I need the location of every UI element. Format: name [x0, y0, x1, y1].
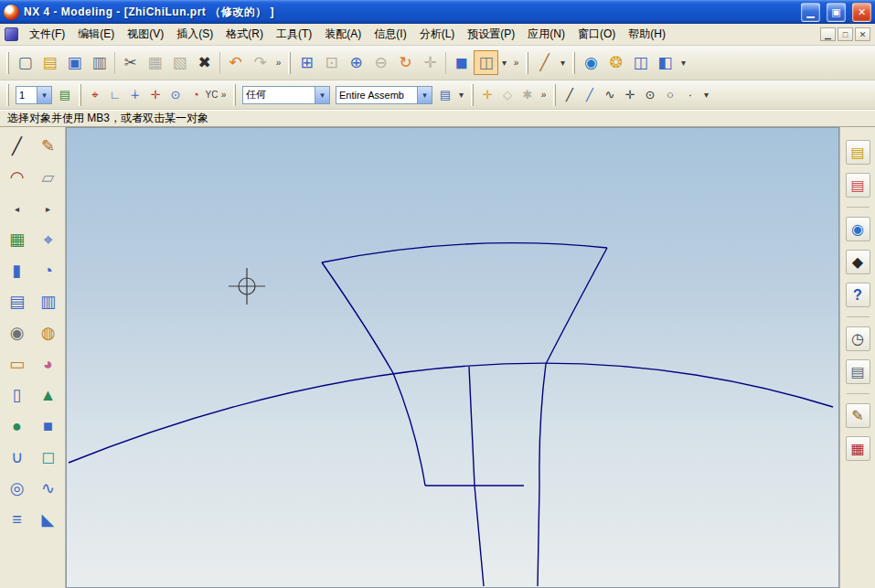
scope-dropdown-icon[interactable]: ▾ — [455, 85, 467, 105]
mdi-close-button[interactable]: ✕ — [855, 27, 870, 41]
dropdown-arrow-icon[interactable]: ▾ — [315, 87, 329, 103]
snap-midpoint-icon[interactable]: ∔ — [125, 85, 145, 105]
datum-csys-icon[interactable]: ⌖ — [35, 226, 62, 253]
restore-button[interactable]: ▣ — [827, 3, 846, 22]
snap-intersection-icon[interactable]: ✛ — [145, 85, 165, 105]
boss-icon[interactable]: ◍ — [35, 319, 62, 347]
cylinder-icon[interactable]: ▯ — [4, 381, 31, 409]
move-object-icon[interactable]: ✛ — [477, 85, 497, 105]
revolve-icon[interactable]: ◔ — [35, 257, 62, 284]
more-curve-icon[interactable]: ▾ — [700, 85, 712, 105]
copy-icon[interactable]: ▦ — [143, 50, 167, 75]
snap-endpoint-icon[interactable]: ∟ — [105, 85, 125, 105]
menu-item-window[interactable]: 窗口(O) — [571, 23, 622, 46]
mdi-restore-button[interactable]: □ — [838, 27, 853, 41]
close-button[interactable]: ✕ — [852, 3, 871, 22]
selection-filter-combo[interactable]: 任何 ▾ — [242, 86, 330, 104]
line-tool-icon[interactable]: ╱ — [4, 133, 31, 160]
open-book-icon[interactable]: ▥ — [35, 288, 62, 315]
redo-icon[interactable]: ↷ — [248, 50, 272, 75]
spreadsheet-icon[interactable]: ▦ — [846, 436, 870, 461]
menu-item-analysis[interactable]: 分析(L) — [413, 23, 462, 46]
menu-item-insert[interactable]: 插入(S) — [170, 23, 219, 46]
shell-icon[interactable]: ◻ — [35, 444, 62, 471]
dropdown-arrow-icon[interactable]: ▾ — [37, 87, 51, 103]
fit-view-icon[interactable]: ⊞ — [294, 50, 319, 75]
chamfer-icon[interactable]: ◣ — [35, 506, 62, 533]
profile-icon[interactable]: ╱ — [580, 85, 600, 105]
toolbar-grip[interactable] — [233, 84, 236, 106]
menu-item-assemblies[interactable]: 装配(A) — [318, 23, 368, 46]
toolbar-grip[interactable] — [471, 84, 474, 106]
measure-distance-icon[interactable]: ╱ — [532, 50, 557, 75]
minimize-button[interactable]: ▁ — [801, 3, 820, 22]
point-icon[interactable]: ∙ — [680, 85, 700, 105]
history-icon[interactable]: ◷ — [846, 326, 870, 351]
prev-group-icon[interactable]: ◂ — [4, 195, 31, 222]
more-view-icon[interactable]: » — [510, 50, 522, 75]
toolbar-grip[interactable] — [288, 52, 291, 74]
datum-plane-icon[interactable]: ▱ — [35, 164, 62, 191]
sweep-icon[interactable]: ∿ — [35, 475, 62, 502]
scene-display-icon[interactable]: ◧ — [653, 50, 678, 75]
cone-icon[interactable]: ▲ — [35, 381, 62, 409]
more-snap-icon[interactable]: » — [218, 85, 229, 105]
delete-icon[interactable]: ✖ — [192, 50, 217, 75]
line-icon[interactable]: ╱ — [560, 85, 580, 105]
magnify-icon[interactable]: ⊖ — [368, 50, 393, 75]
menu-item-format[interactable]: 格式(R) — [219, 23, 270, 46]
menu-item-help[interactable]: 帮助(H) — [622, 23, 672, 46]
dropdown-arrow-icon[interactable]: ▾ — [417, 87, 432, 103]
dome-icon[interactable]: ◕ — [35, 350, 62, 378]
menu-item-file[interactable]: 文件(F) — [23, 23, 71, 46]
block-icon[interactable]: ■ — [35, 412, 62, 440]
new-icon[interactable]: ▢ — [13, 50, 37, 75]
thread-icon[interactable]: ≡ — [4, 506, 31, 533]
component-config-icon[interactable]: ✱ — [518, 85, 538, 105]
tooth-left-flank[interactable] — [322, 262, 425, 486]
menu-item-view[interactable]: 视图(V) — [121, 23, 170, 46]
more-transform-icon[interactable]: » — [538, 85, 550, 105]
selection-scope-combo[interactable]: Entire Assemb ▾ — [336, 86, 432, 104]
zoom-window-icon[interactable]: ⊡ — [319, 50, 344, 75]
next-group-icon[interactable]: ▸ — [35, 195, 62, 222]
zoom-scene-icon[interactable]: ◉ — [579, 50, 603, 75]
tube-icon[interactable]: ◎ — [4, 475, 31, 502]
shaded-view-icon[interactable]: ◼ — [449, 50, 474, 75]
menu-item-application[interactable]: 应用(N) — [521, 23, 571, 46]
print-icon[interactable]: ▥ — [87, 50, 112, 75]
sheet-bodies-icon[interactable]: ▤ — [4, 288, 31, 315]
spline-icon[interactable]: ∿ — [600, 85, 620, 105]
tutorials-icon[interactable]: ◆ — [846, 250, 870, 274]
toolbar-grip[interactable] — [6, 84, 9, 106]
web-browser-icon[interactable]: ◉ — [846, 217, 870, 241]
class-selection-icon[interactable]: ▤ — [435, 85, 455, 105]
menu-item-edit[interactable]: 编辑(E) — [71, 23, 121, 46]
toolbar-grip[interactable] — [572, 52, 575, 74]
snap-quadrant-icon[interactable]: ◔ — [186, 85, 206, 105]
tooth-top-edge[interactable] — [322, 243, 607, 262]
material-editor-icon[interactable]: ❂ — [603, 50, 628, 75]
wcs-yc-icon[interactable]: YC — [206, 85, 218, 105]
snap-center-icon[interactable]: ⊙ — [165, 85, 186, 105]
information-window-icon[interactable]: ▤ — [846, 359, 870, 384]
more-standard-icon[interactable]: » — [272, 50, 284, 75]
rotate-view-icon[interactable]: ↻ — [393, 50, 418, 75]
annotation-editor-icon[interactable]: ✎ — [846, 403, 870, 428]
mdi-minimize-button[interactable]: ▁ — [820, 27, 836, 41]
view-dropdown-icon[interactable]: ▾ — [498, 50, 510, 75]
visualization-cubes-icon[interactable]: ◫ — [628, 50, 653, 75]
sketch-canvas[interactable] — [66, 127, 839, 588]
assembly-navigator-icon[interactable]: ▤ — [846, 140, 870, 165]
constraints-icon[interactable]: ◇ — [497, 85, 518, 105]
toolbar-grip[interactable] — [553, 84, 556, 106]
tooth-centerline[interactable] — [469, 367, 484, 586]
zoom-in-out-icon[interactable]: ⊕ — [344, 50, 368, 75]
pocket-icon[interactable]: ▭ — [4, 350, 31, 378]
save-icon[interactable]: ▣ — [62, 50, 87, 75]
sphere-icon[interactable]: ● — [4, 412, 31, 440]
work-layer-combo[interactable]: 1 ▾ — [16, 86, 52, 104]
unite-icon[interactable]: ∪ — [4, 444, 31, 471]
root-arc[interactable] — [69, 363, 833, 463]
hole-icon[interactable]: ◉ — [4, 319, 31, 347]
